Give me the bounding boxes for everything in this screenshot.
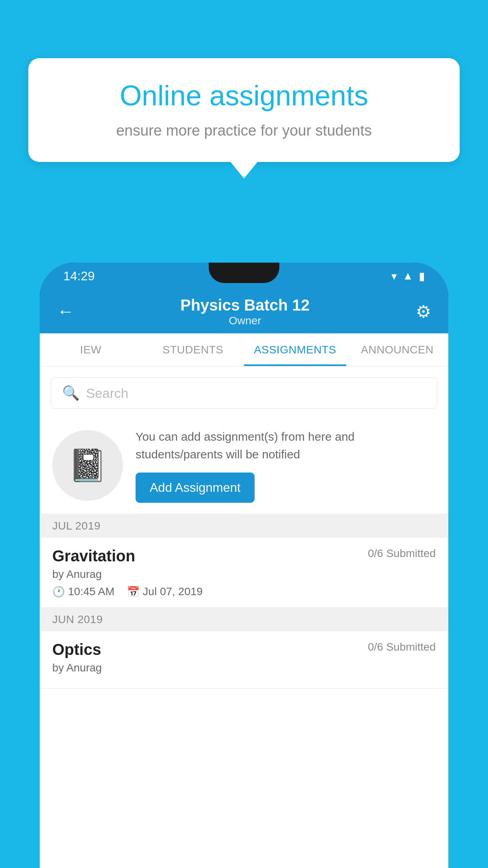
header-title: Physics Batch 12	[180, 296, 310, 314]
meta-time: 🕐 10:45 AM	[52, 585, 114, 598]
meta-time-value: 10:45 AM	[68, 585, 114, 598]
section-header-jun: JUN 2019	[40, 608, 448, 631]
speech-bubble: Online assignments ensure more practice …	[28, 58, 460, 162]
promo-description: You can add assignment(s) from here and …	[136, 428, 436, 463]
assignment-top-row: Gravitation 0/6 Submitted	[52, 547, 436, 565]
tab-assignments[interactable]: ASSIGNMENTS	[244, 333, 346, 366]
app-header: ← Physics Batch 12 Owner ⚙	[40, 289, 448, 333]
notebook-icon: 📓	[68, 447, 107, 484]
tab-announcements[interactable]: ANNOUNCEN	[346, 333, 448, 366]
signal-icon: ▲	[402, 270, 413, 282]
header-subtitle: Owner	[180, 314, 310, 327]
promo-icon-circle: 📓	[52, 430, 123, 501]
tab-iew[interactable]: IEW	[40, 333, 142, 366]
status-bar: 14:29 ▾ ▲ ▮	[40, 263, 448, 289]
gear-icon[interactable]: ⚙	[416, 302, 431, 322]
back-button[interactable]: ←	[57, 302, 74, 321]
assignment-name: Gravitation	[52, 547, 135, 565]
assignment-author-optics: by Anurag	[52, 662, 436, 674]
content-area: 🔍 Search 📓 You can add assignment(s) fro…	[40, 366, 448, 868]
status-icons: ▾ ▲ ▮	[391, 270, 425, 283]
battery-icon: ▮	[419, 270, 425, 283]
assignment-item-optics[interactable]: Optics 0/6 Submitted by Anurag	[40, 631, 448, 689]
phone-notch	[209, 263, 279, 283]
header-center: Physics Batch 12 Owner	[180, 296, 310, 327]
assignment-author: by Anurag	[52, 568, 436, 581]
search-placeholder: Search	[86, 386, 128, 401]
assignment-submitted-optics: 0/6 Submitted	[368, 641, 436, 653]
tab-bar: IEW STUDENTS ASSIGNMENTS ANNOUNCEN	[40, 333, 448, 366]
phone-frame: 14:29 ▾ ▲ ▮ ← Physics Batch 12 Owner ⚙ I…	[40, 263, 448, 868]
assignment-meta: 🕐 10:45 AM 📅 Jul 07, 2019	[52, 585, 436, 598]
speech-bubble-container: Online assignments ensure more practice …	[28, 58, 460, 178]
speech-bubble-tail	[230, 161, 258, 178]
search-bar[interactable]: 🔍 Search	[51, 377, 437, 409]
add-assignment-button[interactable]: Add Assignment	[136, 473, 255, 503]
search-icon: 🔍	[62, 385, 80, 401]
assignment-name-optics: Optics	[52, 641, 101, 658]
tab-students[interactable]: STUDENTS	[142, 333, 244, 366]
calendar-icon: 📅	[127, 586, 139, 598]
status-time: 14:29	[63, 269, 95, 283]
meta-date: 📅 Jul 07, 2019	[127, 585, 203, 598]
meta-date-value: Jul 07, 2019	[143, 585, 203, 598]
promo-text: You can add assignment(s) from here and …	[136, 428, 436, 503]
clock-icon: 🕐	[52, 586, 65, 598]
assignment-top-row-optics: Optics 0/6 Submitted	[52, 641, 436, 658]
assignment-submitted: 0/6 Submitted	[368, 547, 436, 560]
promo-card: 📓 You can add assignment(s) from here an…	[40, 417, 448, 514]
bubble-subtitle: ensure more practice for your students	[52, 120, 436, 141]
bubble-title: Online assignments	[52, 79, 436, 112]
section-header-jul: JUL 2019	[40, 514, 448, 538]
wifi-icon: ▾	[391, 270, 397, 283]
assignment-item-gravitation[interactable]: Gravitation 0/6 Submitted by Anurag 🕐 10…	[40, 538, 448, 608]
